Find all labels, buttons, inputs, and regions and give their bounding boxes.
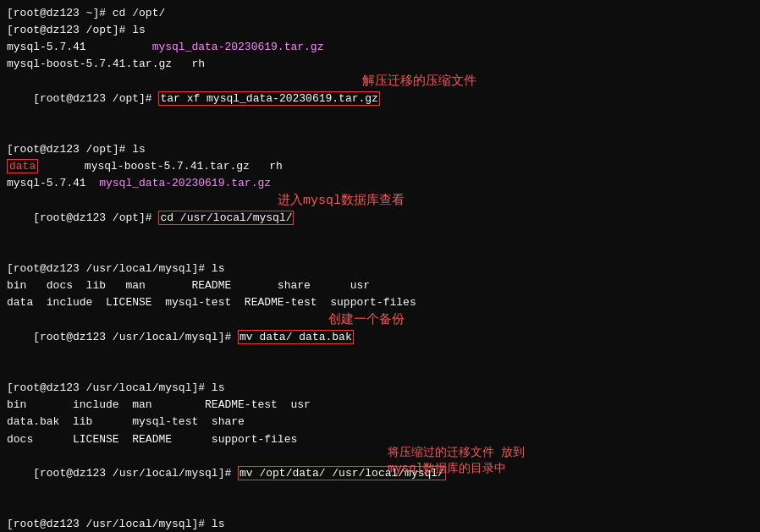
terminal-line: [root@dz123 /opt]# tar xf mysql_data-202… xyxy=(7,74,753,142)
terminal-line: [root@dz123 ~]# cd /opt/ xyxy=(7,5,753,22)
terminal-line: data.bak lib mysql-test share xyxy=(7,414,753,431)
terminal-line: mysql-boost-5.7.41.tar.gz rh xyxy=(7,56,753,73)
terminal-line: bin include man README-test usr xyxy=(7,397,753,414)
terminal-line: [root@dz123 /usr/local/mysql]# mv /opt/d… xyxy=(7,448,753,517)
terminal: [root@dz123 ~]# cd /opt/ [root@dz123 /op… xyxy=(0,0,760,532)
annotation-backup: 创建一个备份 xyxy=(328,310,405,330)
annotation-decompress: 解压迁移的压缩文件 xyxy=(362,72,476,91)
terminal-line: docs LICENSE README support-files xyxy=(7,431,753,448)
terminal-line: [root@dz123 /usr/local/mysql]# ls xyxy=(7,380,753,397)
annotation-move: 将压缩过的迁移文件 放到 mysql数据库的目录中 xyxy=(388,445,525,478)
terminal-line: [root@dz123 /opt]# ls xyxy=(7,22,753,39)
terminal-line: data include LICENSE mysql-test README-t… xyxy=(7,294,753,311)
terminal-line: mysql-5.7.41 mysql_data-20230619.tar.gz xyxy=(7,175,753,192)
terminal-line: bin docs lib man README share usr xyxy=(7,277,753,294)
terminal-line: [root@dz123 /usr/local/mysql]# mv data/ … xyxy=(7,312,753,381)
terminal-line: data mysql-boost-5.7.41.tar.gz rh xyxy=(7,158,753,175)
terminal-line: [root@dz123 /usr/local/mysql]# ls xyxy=(7,516,753,532)
terminal-line: [root@dz123 /usr/local/mysql]# ls xyxy=(7,261,753,277)
terminal-line: [root@dz123 /opt]# ls xyxy=(7,141,753,158)
terminal-line: mysql-5.7.41 mysql_data-20230619.tar.gz xyxy=(7,39,753,56)
annotation-enter-mysql: 进入mysql数据库查看 xyxy=(278,191,405,211)
terminal-line: [root@dz123 /opt]# cd /usr/local/mysql/ … xyxy=(7,193,753,261)
